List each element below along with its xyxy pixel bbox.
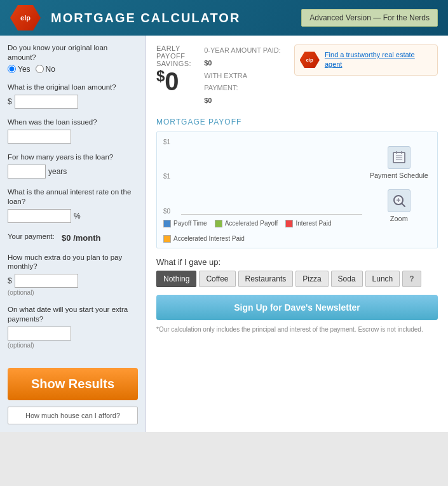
q8-label: On what date will you start your extra p… (8, 305, 138, 324)
q7-optional: (optional) (8, 289, 138, 296)
extra-payment-label: WITH EXTRA PAYMENT: (204, 72, 247, 92)
q8-optional: (optional) (8, 342, 138, 349)
whatif-coffee-button[interactable]: Coffee (199, 271, 235, 287)
q3-label: When was the loan issued? (8, 118, 138, 127)
form-row-know-loan: Do you know your original loan amount? Y… (8, 43, 138, 74)
early-payoff-label: EARLY PAYOFF SAVINGS: (156, 44, 191, 67)
legend-item-payoff-time: Payoff Time (163, 220, 207, 227)
early-payoff-left: EARLY PAYOFF SAVINGS: $0 (156, 44, 191, 94)
q6-group: Your payment: $0 /month (8, 232, 138, 244)
svg-rect-5 (401, 151, 402, 154)
q1-label: Do you know your original loan amount? (8, 43, 138, 62)
zoom-button[interactable]: Zoom (385, 187, 413, 225)
advanced-version-button[interactable]: Advanced Version — For the Nerds (301, 9, 438, 27)
sidebar: Do you know your original loan amount? Y… (0, 36, 146, 432)
legend-color-interest-paid (285, 220, 293, 227)
year-amount-value: $0 (204, 59, 212, 67)
early-payoff-section: EARLY PAYOFF SAVINGS: $0 0-YEAR AMOUNT P… (156, 44, 438, 107)
legend-label-accelerated-payoff: Accelerated Payoff (225, 220, 278, 227)
legend-color-accel-interest (163, 235, 171, 243)
extra-payment-row: WITH EXTRA PAYMENT: $0 (204, 70, 281, 107)
whatif-label: What if I gave up: (156, 257, 438, 267)
elp-promo-text: Find a trustworthy real estate agent (325, 50, 432, 70)
form-row-extra-payment: How much extra do you plan to pay monthl… (8, 253, 138, 297)
mortgage-payoff-title: MORTGAGE PAYOFF (156, 118, 438, 126)
form-row-loan-years: For how many years is the loan? years (8, 152, 138, 179)
zoom-label: Zoom (390, 215, 408, 222)
q2-input-group: $ (8, 95, 138, 109)
q6-label: Your payment: (8, 232, 55, 241)
chart-y-label-top: $1 (163, 138, 179, 145)
form-row-interest-rate: What is the annual interest rate on the … (8, 187, 138, 223)
legend-label-interest-paid: Interest Paid (295, 220, 331, 227)
whatif-nothing-button[interactable]: Nothing (156, 271, 196, 287)
q4-label: For how many years is the loan? (8, 152, 138, 162)
whatif-section: What if I gave up: Nothing Coffee Restau… (156, 257, 438, 287)
extra-start-date-input[interactable] (8, 327, 71, 341)
q1-no-radio[interactable] (36, 65, 44, 73)
whatif-restaurants-button[interactable]: Restaurants (238, 271, 294, 287)
loan-amount-input[interactable] (15, 95, 78, 109)
whatif-lunch-button[interactable]: Lunch (365, 271, 400, 287)
q1-yes-text: Yes (18, 65, 31, 74)
chart-plot (181, 138, 362, 215)
extra-payment-input[interactable] (15, 274, 78, 288)
payment-schedule-icon (388, 146, 411, 169)
year-amount-label: 0-YEAR AMOUNT PAID: (204, 46, 281, 54)
promo-logo-text: elp (306, 57, 313, 63)
chart-actions: Payment Schedule Zoom (367, 138, 431, 225)
whatif-pizza-button[interactable]: Pizza (295, 271, 328, 287)
legend-item-accel-interest: Accelerated Interest Paid (163, 235, 245, 243)
legend-label-payoff-time: Payoff Time (173, 220, 207, 227)
extra-payment-value: $0 (204, 97, 212, 104)
chart-row: $1 $1 $0 Payoff Time (163, 138, 431, 243)
logo-text: elp (20, 14, 31, 22)
q7-prefix: $ (8, 276, 12, 285)
chart-y-labels: $1 $1 $0 (163, 138, 179, 215)
early-payoff-amount: $0 (156, 69, 191, 94)
form-row-loan-issued: When was the loan issued? (8, 118, 138, 144)
payment-schedule-button[interactable]: Payment Schedule (367, 144, 431, 182)
q1-no-text: No (46, 65, 55, 74)
affordance-button[interactable]: How much house can I afford? (8, 407, 138, 424)
chart-y-label-bot: $0 (163, 208, 179, 215)
elp-promo[interactable]: elp Find a trustworthy real estate agent (294, 44, 438, 76)
dollar-sign: $ (156, 67, 165, 84)
whatif-buttons: Nothing Coffee Restaurants Pizza Soda Lu… (156, 271, 438, 287)
chart-y-label-mid: $1 (163, 173, 179, 180)
newsletter-button[interactable]: Sign Up for Dave's Newsletter (156, 295, 438, 320)
svg-line-7 (402, 203, 405, 206)
interest-rate-input[interactable] (8, 209, 71, 223)
q4-input-group: years (8, 165, 138, 179)
form-row-loan-amount: What is the original loan amount? $ (8, 83, 138, 109)
q7-label: How much extra do you plan to pay monthl… (8, 253, 138, 272)
legend-item-accelerated-payoff: Accelerated Payoff (215, 220, 278, 227)
q2-prefix: $ (8, 97, 12, 106)
chart-left: $1 $1 $0 Payoff Time (163, 138, 362, 243)
show-results-button[interactable]: Show Results (8, 368, 138, 400)
whatif-soda-button[interactable]: Soda (331, 271, 363, 287)
content-area: EARLY PAYOFF SAVINGS: $0 0-YEAR AMOUNT P… (146, 36, 448, 432)
payment-schedule-label: Payment Schedule (370, 172, 428, 179)
q5-label: What is the annual interest rate on the … (8, 187, 138, 206)
form-row-extra-start-date: On what date will you start your extra p… (8, 305, 138, 349)
q7-input-group: $ (8, 274, 138, 288)
legend-label-accel-interest: Accelerated Interest Paid (173, 235, 245, 242)
loan-years-input[interactable] (8, 165, 46, 179)
chart-container: $1 $1 $0 Payoff Time (156, 132, 438, 248)
legend-color-accelerated-payoff (215, 220, 222, 227)
q1-no-label[interactable]: No (36, 65, 55, 74)
whatif-question-button[interactable]: ? (402, 271, 421, 287)
legend-item-interest-paid: Interest Paid (285, 220, 331, 227)
payment-display: $0 /month (62, 233, 100, 243)
form-row-payment: Your payment: $0 /month (8, 232, 138, 244)
q1-yes-label[interactable]: Yes (8, 65, 31, 74)
q1-radio-group: Yes No (8, 65, 138, 74)
q1-yes-radio[interactable] (8, 65, 16, 73)
elp-promo-logo: elp (300, 51, 320, 68)
legend-color-payoff-time (163, 220, 171, 227)
q4-suffix: years (48, 167, 67, 176)
disclaimer-text: *Our calculation only includes the princ… (156, 325, 438, 334)
q2-label: What is the original loan amount? (8, 83, 138, 92)
loan-issued-input[interactable] (8, 130, 71, 144)
